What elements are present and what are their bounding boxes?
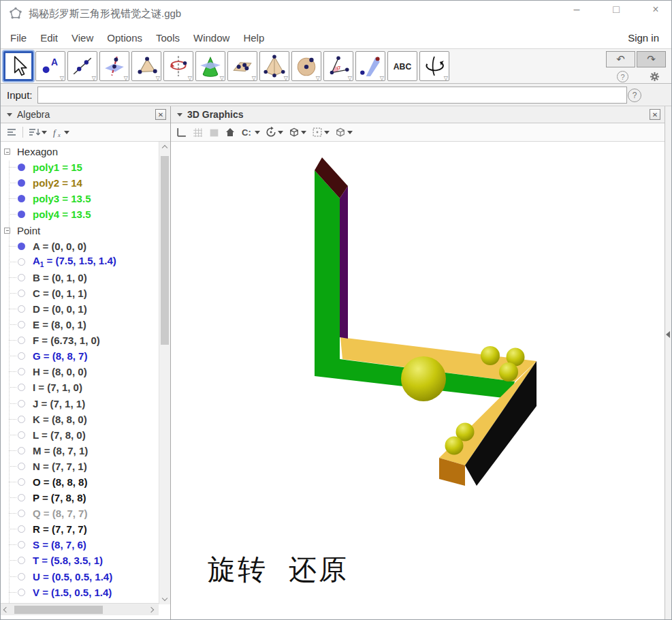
algebra-item-poly3[interactable]: poly3 = 13.5 (1, 191, 170, 206)
visibility-toggle[interactable] (18, 258, 25, 266)
home-icon[interactable] (225, 127, 236, 138)
sort-objects-icon[interactable] (28, 127, 47, 138)
algebra-item-v[interactable]: V = (1.5, 0.5, 1.4) (1, 585, 170, 600)
sign-in-link[interactable]: Sign in (628, 32, 669, 44)
vertical-scroll-thumb[interactable] (161, 156, 169, 345)
sphere-large[interactable] (401, 356, 446, 401)
tool-perpendicular-line-button[interactable]: ▽ (99, 51, 129, 81)
algebra-item-poly4[interactable]: poly4 = 13.5 (1, 206, 170, 222)
tool-point-button[interactable]: A▽ (35, 51, 65, 81)
rotate-view-icon[interactable] (265, 126, 283, 138)
algebra-descriptions-icon[interactable]: fx (52, 127, 69, 138)
tool-move-button[interactable] (3, 51, 33, 81)
tool-plane-through-points-button[interactable]: ▽ (227, 51, 257, 81)
visibility-toggle[interactable] (18, 179, 25, 187)
visibility-toggle[interactable] (18, 368, 25, 375)
tool-dropdown-icon[interactable]: ▽ (92, 76, 96, 81)
algebra-item-o[interactable]: O = (8, 8, 8) (1, 474, 170, 490)
plane-icon[interactable] (208, 127, 220, 138)
horizontal-scrollbar[interactable] (1, 603, 159, 615)
visibility-toggle[interactable] (18, 305, 25, 313)
vertical-scrollbar[interactable] (159, 142, 170, 604)
tool-pyramid-button[interactable]: ▽ (259, 51, 289, 81)
tool-intersect-two-surfaces-button[interactable]: ▽ (195, 51, 225, 81)
algebra-item-u[interactable]: U = (0.5, 0.5, 1.4) (1, 569, 170, 585)
tool-dropdown-icon[interactable]: ▽ (380, 76, 384, 81)
algebra-item-n[interactable]: N = (7, 7, 1) (1, 459, 170, 474)
horizontal-scroll-thumb[interactable] (14, 606, 103, 614)
sphere-small[interactable] (445, 437, 464, 455)
visibility-toggle[interactable] (18, 400, 25, 407)
visibility-toggle[interactable] (18, 494, 25, 501)
algebra-item-r[interactable]: R = (7, 7, 7) (1, 521, 170, 537)
menu-edit[interactable]: Edit (33, 32, 65, 44)
tool-reflect-button[interactable]: ▽ (355, 51, 385, 81)
algebra-item-c[interactable]: C = (0, 1, 1) (1, 285, 170, 301)
tool-dropdown-icon[interactable]: ▽ (124, 76, 128, 81)
algebra-item-b[interactable]: B = (0, 1, 0) (1, 270, 170, 285)
3d-canvas[interactable]: 旋转 还原 (171, 142, 665, 619)
algebra-item-a1[interactable]: A1 = (7.5, 1.5, 1.4) (1, 254, 170, 270)
redo-button[interactable]: ↷ (637, 51, 666, 67)
visibility-toggle[interactable] (18, 510, 25, 517)
visibility-toggle[interactable] (18, 290, 25, 297)
view-direction-icon[interactable] (288, 126, 306, 138)
visibility-toggle[interactable] (18, 525, 25, 533)
visibility-toggle[interactable] (18, 557, 25, 564)
scroll-up-icon[interactable] (162, 145, 167, 151)
algebra-item-f[interactable]: F = (6.73, 1, 0) (1, 332, 170, 348)
menu-options[interactable]: Options (100, 32, 149, 44)
algebra-item-i[interactable]: I = (7, 1, 0) (1, 379, 170, 395)
help-icon[interactable]: ? (617, 71, 628, 82)
algebra-item-h[interactable]: H = (8, 0, 0) (1, 364, 170, 379)
scroll-left-icon[interactable] (3, 607, 9, 613)
visibility-toggle[interactable] (18, 384, 25, 391)
graphics3d-close-button[interactable]: ✕ (650, 109, 660, 120)
algebra-section-hexagon[interactable]: Hexagon (1, 144, 170, 159)
algebra-item-poly2[interactable]: poly2 = 14 (1, 175, 170, 191)
sphere-small[interactable] (481, 346, 500, 365)
tool-dropdown-icon[interactable]: ▽ (444, 76, 448, 81)
visibility-toggle[interactable] (18, 352, 25, 360)
algebra-item-e[interactable]: E = (8, 0, 1) (1, 317, 170, 332)
visibility-toggle[interactable] (18, 416, 25, 423)
algebra-item-poly1[interactable]: poly1 = 15 (1, 159, 170, 175)
minimize-button[interactable]: – (571, 3, 583, 16)
algebra-item-q[interactable]: Q = (8, 7, 7) (1, 506, 170, 521)
settings-gear-icon[interactable] (650, 72, 660, 82)
grid-icon[interactable] (192, 127, 204, 138)
sphere-small[interactable] (499, 362, 518, 382)
visibility-toggle[interactable] (18, 164, 25, 171)
zoom-to-fit-icon[interactable] (311, 126, 330, 138)
visibility-toggle[interactable] (18, 463, 25, 470)
visibility-toggle[interactable] (18, 274, 25, 281)
algebra-item-d[interactable]: D = (0, 0, 1) (1, 301, 170, 317)
panel-collapse-strip[interactable] (665, 106, 671, 619)
tool-dropdown-icon[interactable]: ▽ (284, 76, 288, 81)
tool-dropdown-icon[interactable]: ▽ (60, 76, 64, 81)
algebra-item-p[interactable]: P = (7, 8, 8) (1, 490, 170, 506)
visibility-toggle[interactable] (18, 243, 25, 250)
tool-text-button[interactable]: ABC (387, 51, 417, 81)
tool-angle-button[interactable]: α▽ (323, 51, 353, 81)
axes-icon[interactable] (176, 127, 187, 138)
visibility-toggle[interactable] (18, 211, 25, 218)
menu-file[interactable]: File (3, 32, 33, 44)
scroll-right-icon[interactable] (148, 607, 154, 613)
visibility-toggle[interactable] (18, 321, 25, 328)
input-help-icon[interactable]: ? (628, 89, 641, 102)
maximize-button[interactable]: □ (610, 3, 622, 16)
algebra-item-g[interactable]: G = (8, 8, 7) (1, 348, 170, 364)
tool-line-button[interactable]: ▽ (67, 51, 97, 81)
tree-collapse-icon[interactable] (4, 228, 10, 234)
tool-dropdown-icon[interactable]: ▽ (348, 76, 352, 81)
tool-rotate-around-line-button[interactable]: ▽ (163, 51, 193, 81)
tool-dropdown-icon[interactable]: ▽ (156, 76, 160, 81)
command-input[interactable] (37, 87, 627, 104)
menu-help[interactable]: Help (236, 32, 271, 44)
close-button[interactable]: × (650, 3, 662, 16)
panel-menu-caret-icon[interactable] (177, 113, 182, 117)
visibility-toggle[interactable] (18, 447, 25, 454)
visibility-toggle[interactable] (18, 431, 25, 439)
visibility-toggle[interactable] (18, 195, 25, 202)
